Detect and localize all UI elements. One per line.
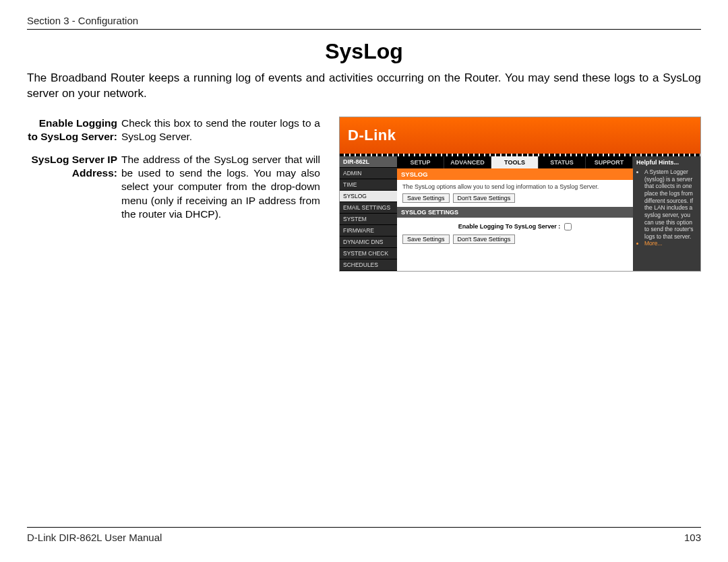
sidebar-item-schedules[interactable]: SCHEDULES — [340, 259, 397, 271]
divider-top — [27, 29, 701, 30]
tab-setup[interactable]: SETUP — [397, 156, 444, 168]
save-settings-button[interactable]: Save Settings — [402, 193, 450, 203]
section-description: The SysLog options allow you to send log… — [397, 180, 633, 193]
sidebar-item-time[interactable]: TIME — [340, 179, 397, 191]
hints-panel: Helpful Hints... A System Logger (syslog… — [633, 156, 700, 271]
tab-advanced[interactable]: ADVANCED — [444, 156, 491, 168]
sidebar-item-syscheck[interactable]: SYSTEM CHECK — [340, 248, 397, 259]
router-banner: D-Link — [340, 117, 700, 154]
def-term-server-ip: SysLog Server IP Address: — [27, 153, 121, 221]
definition-list: Enable Logging to SysLog Server: Check t… — [27, 117, 320, 230]
tab-support[interactable]: SUPPORT — [586, 156, 633, 168]
dont-save-settings-button[interactable]: Don't Save Settings — [453, 193, 516, 203]
section-title-bar: SYSLOG — [397, 168, 633, 180]
hints-title: Helpful Hints... — [636, 159, 697, 166]
router-main: SETUP ADVANCED TOOLS STATUS SUPPORT SYSL… — [397, 156, 633, 271]
hints-more-link[interactable]: More... — [644, 240, 697, 247]
sidebar-item-ddns[interactable]: DYNAMIC DNS — [340, 237, 397, 248]
divider-bottom — [27, 527, 701, 528]
tab-tools[interactable]: TOOLS — [491, 156, 539, 168]
def-desc-enable-logging: Check this box to send the router logs t… — [121, 117, 320, 144]
model-label: DIR-862L — [340, 156, 397, 168]
top-tabs: SETUP ADVANCED TOOLS STATUS SUPPORT — [397, 156, 633, 168]
dlink-logo: D-Link — [348, 127, 396, 144]
hints-text: A System Logger (syslog) is a server tha… — [644, 168, 697, 240]
router-screenshot: D-Link DIR-862L ADMIN TIME SYSLOG EMAIL … — [339, 117, 701, 272]
dont-save-settings-button-2[interactable]: Don't Save Settings — [453, 235, 516, 244]
brand-text: D-Link — [348, 127, 396, 144]
page-footer: D-Link DIR-862L User Manual 103 — [27, 527, 701, 543]
tab-status[interactable]: STATUS — [539, 156, 586, 168]
enable-logging-checkbox[interactable] — [564, 223, 572, 230]
intro-paragraph: The Broadband Router keeps a running log… — [27, 71, 701, 102]
section-header: Section 3 - Configuration — [27, 15, 701, 29]
def-desc-server-ip: The address of the SysLog server that wi… — [121, 153, 320, 221]
sidebar-item-syslog[interactable]: SYSLOG — [340, 191, 397, 202]
enable-logging-label: Enable Logging To SysLog Server : — [458, 223, 560, 230]
sidebar-item-firmware[interactable]: FIRMWARE — [340, 225, 397, 237]
sidebar-item-email[interactable]: EMAIL SETTINGS — [340, 202, 397, 214]
save-settings-button-2[interactable]: Save Settings — [402, 235, 450, 244]
manual-title: D-Link DIR-862L User Manual — [27, 532, 162, 543]
settings-bar: SYSLOG SETTINGS — [397, 207, 633, 218]
page-title: SysLog — [27, 39, 701, 64]
def-term-enable-logging: Enable Logging to SysLog Server: — [27, 117, 121, 144]
sidebar-item-system[interactable]: SYSTEM — [340, 214, 397, 225]
page-number: 103 — [684, 532, 701, 543]
router-sidebar: DIR-862L ADMIN TIME SYSLOG EMAIL SETTING… — [340, 156, 397, 271]
side-menu: ADMIN TIME SYSLOG EMAIL SETTINGS SYSTEM … — [340, 168, 397, 271]
sidebar-item-admin[interactable]: ADMIN — [340, 168, 397, 179]
